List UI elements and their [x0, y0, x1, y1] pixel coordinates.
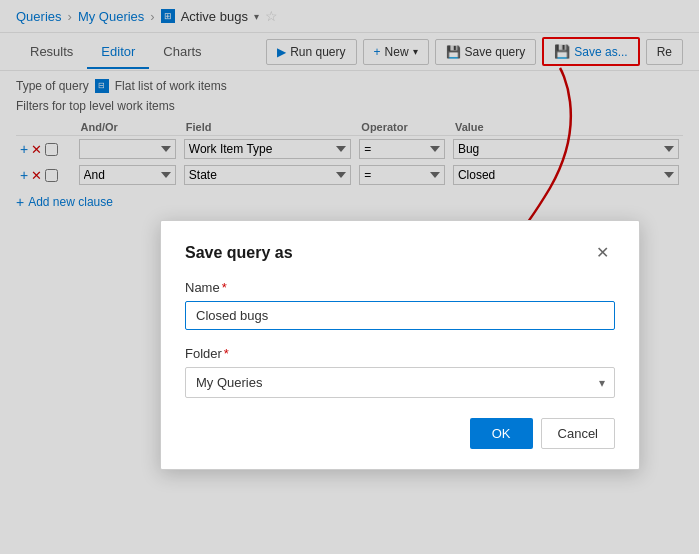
dialog-footer: OK Cancel [185, 418, 615, 449]
folder-form-group: Folder* My Queries Shared Queries ▾ [185, 346, 615, 398]
name-required: * [222, 280, 227, 295]
dialog-close-button[interactable]: ✕ [590, 241, 615, 264]
dialog-overlay: Save query as ✕ Name* Folder* My Queries… [0, 0, 699, 554]
folder-select-wrapper: My Queries Shared Queries ▾ [185, 367, 615, 398]
cancel-button[interactable]: Cancel [541, 418, 615, 449]
dialog-title: Save query as [185, 244, 293, 262]
folder-select[interactable]: My Queries Shared Queries [185, 367, 615, 398]
folder-required: * [224, 346, 229, 361]
name-label: Name* [185, 280, 615, 295]
dialog-header: Save query as ✕ [185, 241, 615, 264]
name-form-group: Name* [185, 280, 615, 330]
folder-label: Folder* [185, 346, 615, 361]
ok-button[interactable]: OK [470, 418, 533, 449]
name-input[interactable] [185, 301, 615, 330]
save-query-dialog: Save query as ✕ Name* Folder* My Queries… [160, 220, 640, 470]
